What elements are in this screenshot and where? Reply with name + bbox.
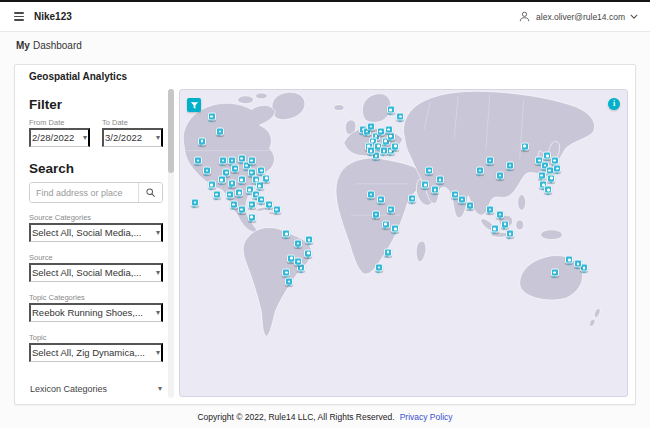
map-marker[interactable] [408, 195, 416, 203]
map-marker[interactable] [226, 191, 234, 199]
map-marker[interactable] [367, 122, 375, 130]
map-marker[interactable] [208, 181, 216, 189]
map-marker[interactable] [496, 171, 504, 179]
map-marker[interactable] [367, 191, 375, 199]
from-date-select[interactable]: 2/28/2022 ▾ [29, 128, 90, 147]
map-marker[interactable] [377, 127, 385, 135]
map-marker[interactable] [506, 230, 514, 238]
caret-down-icon: ▾ [158, 385, 162, 393]
footer: Copyright © 2022, Rule14 LLC, All Rights… [0, 405, 650, 428]
map-marker[interactable] [304, 249, 312, 257]
map-marker[interactable] [216, 127, 224, 135]
map-marker[interactable] [248, 213, 256, 221]
map-marker[interactable] [486, 157, 494, 165]
search-button[interactable] [138, 183, 162, 202]
top-header: Nike123 alex.oliver@rule14.com [0, 2, 650, 32]
map-marker[interactable] [382, 220, 390, 228]
map-marker[interactable] [551, 157, 559, 165]
map-marker[interactable] [574, 260, 582, 268]
map-marker[interactable] [391, 225, 399, 233]
map-marker[interactable] [396, 113, 404, 121]
map-marker[interactable] [262, 174, 270, 182]
map-marker[interactable] [235, 189, 243, 197]
map-marker[interactable] [538, 171, 546, 179]
map-marker[interactable] [294, 239, 302, 247]
source-label: Source [29, 253, 163, 262]
map-marker[interactable] [194, 157, 202, 165]
map-marker[interactable] [491, 225, 499, 233]
map-marker[interactable] [248, 200, 256, 208]
map[interactable]: i [179, 89, 628, 397]
filter-heading: Filter [29, 97, 163, 112]
user-menu[interactable]: alex.oliver@rule14.com [518, 10, 638, 23]
map-marker[interactable] [387, 106, 395, 114]
map-marker[interactable] [228, 179, 236, 187]
map-marker[interactable] [282, 269, 290, 277]
map-marker[interactable] [219, 157, 227, 165]
map-marker[interactable] [208, 113, 216, 121]
info-icon: i [613, 100, 615, 108]
map-marker[interactable] [282, 230, 290, 238]
map-marker[interactable] [238, 205, 246, 213]
map-marker[interactable] [248, 157, 256, 165]
sidebar-scrollbar-thumb[interactable] [168, 89, 174, 173]
source-select[interactable]: Select All, Social Media,... ▾ [29, 263, 163, 282]
map-marker[interactable] [273, 205, 281, 213]
map-marker[interactable] [486, 205, 494, 213]
map-marker[interactable] [421, 181, 429, 189]
map-info-button[interactable]: i [608, 98, 620, 110]
map-marker[interactable] [501, 220, 509, 228]
map-marker[interactable] [257, 195, 265, 203]
map-marker[interactable] [305, 236, 313, 244]
map-marker[interactable] [391, 142, 399, 150]
map-marker[interactable] [230, 200, 238, 208]
filter-sidebar: Filter From Date 2/28/2022 ▾ To Date 3/2… [29, 89, 163, 398]
search-box [29, 182, 163, 203]
map-marker[interactable] [375, 263, 383, 271]
map-marker[interactable] [238, 176, 246, 184]
sidebar-scrollbar[interactable] [168, 89, 174, 398]
map-marker[interactable] [553, 165, 561, 173]
map-marker[interactable] [544, 186, 552, 194]
map-marker[interactable] [203, 166, 211, 174]
menu-button[interactable] [12, 10, 26, 23]
map-marker[interactable] [198, 137, 206, 145]
map-marker[interactable] [466, 201, 474, 209]
map-marker[interactable] [551, 269, 559, 277]
map-filter-button[interactable] [187, 98, 201, 112]
map-marker[interactable] [218, 176, 226, 184]
source-categories-select[interactable]: Select All, Social Media,... ▾ [29, 223, 163, 242]
caret-down-icon: ▾ [156, 349, 160, 357]
map-marker[interactable] [425, 166, 433, 174]
map-marker[interactable] [506, 162, 514, 170]
map-marker[interactable] [385, 125, 393, 133]
search-heading: Search [29, 161, 163, 176]
lexicon-categories-toggle[interactable]: Lexicon Categories ▾ [29, 384, 163, 394]
map-marker[interactable] [384, 248, 392, 256]
map-marker[interactable] [436, 176, 444, 184]
map-marker[interactable] [191, 199, 199, 207]
map-marker[interactable] [565, 256, 573, 264]
map-markers-layer [180, 90, 627, 396]
map-marker[interactable] [458, 195, 466, 203]
map-marker[interactable] [496, 210, 504, 218]
map-marker[interactable] [387, 205, 395, 213]
privacy-policy-link[interactable]: Privacy Policy [400, 412, 453, 422]
topic-select[interactable]: Select All, Zig Dynamica,... ▾ [29, 343, 163, 362]
map-marker[interactable] [377, 195, 385, 203]
topic-categories-select[interactable]: Reebok Running Shoes,... ▾ [29, 303, 163, 322]
map-marker[interactable] [543, 152, 551, 160]
map-marker[interactable] [372, 210, 380, 218]
search-input[interactable] [30, 183, 138, 202]
to-date-label: To Date [102, 118, 163, 127]
to-date-select[interactable]: 3/2/2022 ▾ [102, 128, 163, 147]
map-marker[interactable] [256, 182, 264, 190]
map-marker[interactable] [367, 147, 375, 155]
map-marker[interactable] [213, 191, 221, 199]
funnel-icon [190, 101, 199, 110]
map-marker[interactable] [294, 257, 302, 265]
map-marker[interactable] [521, 142, 529, 150]
map-marker[interactable] [285, 277, 293, 285]
breadcrumb: MyDashboard [16, 40, 82, 51]
map-marker[interactable] [476, 166, 484, 174]
